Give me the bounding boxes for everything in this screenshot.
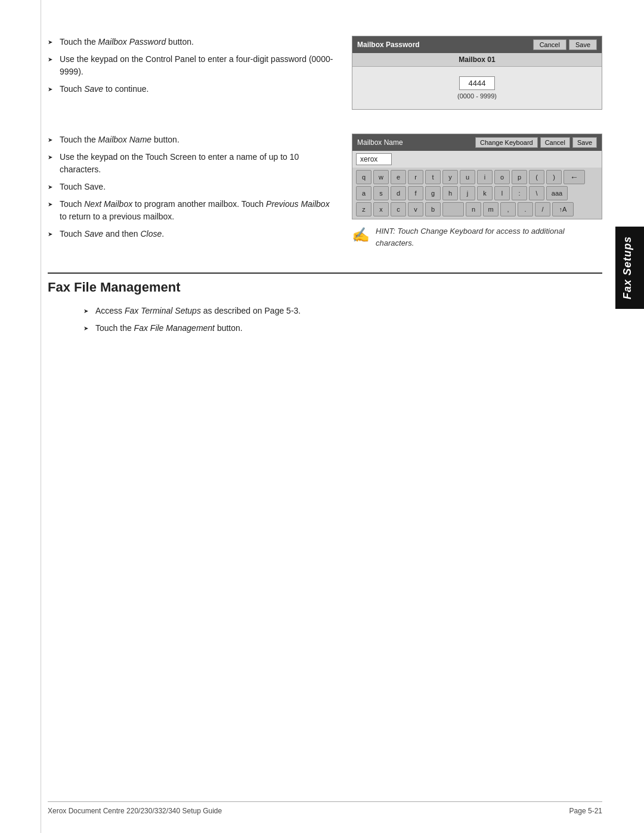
key-colon[interactable]: : — [512, 186, 527, 200]
key-row-3: z x c v b n m , . / ↑A — [356, 202, 598, 216]
key-r[interactable]: r — [408, 170, 423, 184]
cancel-button[interactable]: Cancel — [533, 39, 566, 50]
section1-text: Touch the Mailbox Password button. Use t… — [48, 36, 334, 110]
key-u[interactable]: u — [460, 170, 475, 184]
key-h[interactable]: h — [442, 186, 458, 200]
dialog-body: 4444 (0000 - 9999) — [352, 67, 602, 109]
key-e[interactable]: e — [391, 170, 406, 184]
page-footer: Xerox Document Centre 220/230/332/340 Se… — [48, 801, 602, 815]
key-m[interactable]: m — [483, 202, 499, 216]
key-j[interactable]: j — [460, 186, 475, 200]
key-n[interactable]: n — [466, 202, 481, 216]
digit-input[interactable]: 4444 — [459, 76, 495, 90]
hint-icon: ✍ — [352, 227, 370, 243]
save-button[interactable]: Save — [569, 39, 597, 50]
digit-range: (0000 - 9999) — [457, 92, 497, 100]
key-t[interactable]: t — [425, 170, 441, 184]
key-comma[interactable]: , — [500, 202, 516, 216]
fax-file-title: Fax File Management — [48, 280, 602, 295]
fax-file-bullets: Access Fax Terminal Setups as described … — [48, 305, 602, 335]
key-l[interactable]: l — [494, 186, 510, 200]
keyboard-input-row: xerox — [352, 151, 602, 168]
fax-file-management-section: Fax File Management Access Fax Terminal … — [48, 272, 602, 335]
key-s[interactable]: s — [373, 186, 389, 200]
key-b[interactable]: b — [425, 202, 441, 216]
keyboard-save-button[interactable]: Save — [572, 137, 597, 148]
bullet-s2-2: Use the keypad on the Touch Screen to en… — [48, 151, 334, 176]
change-keyboard-button[interactable]: Change Keyboard — [475, 137, 538, 148]
key-shift[interactable]: ↑A — [552, 202, 574, 216]
fax-bullet-2: Touch the Fax File Management button. — [83, 322, 602, 335]
keyboard-rows: q w e r t y u i o p ( ) ← — [352, 168, 602, 219]
key-d[interactable]: d — [391, 186, 406, 200]
dialog-subtitle: Mailbox 01 — [352, 53, 602, 67]
hint-text: HINT: Touch Change Keyboard for access t… — [376, 225, 602, 249]
keyboard-header: Mailbox Name Change Keyboard Cancel Save — [352, 134, 602, 151]
key-space[interactable] — [442, 202, 464, 216]
key-y[interactable]: y — [442, 170, 458, 184]
key-openparen[interactable]: ( — [529, 170, 544, 184]
keyboard-dialog-title: Mailbox Name — [357, 138, 403, 147]
key-row-1: q w e r t y u i o p ( ) ← — [356, 170, 598, 184]
bullet-s2-5: Touch Save and then Close. — [48, 228, 334, 240]
side-tab-label: Fax Setups — [621, 236, 633, 299]
section1-bullets: Touch the Mailbox Password button. Use t… — [48, 36, 334, 95]
key-g[interactable]: g — [425, 186, 441, 200]
key-p[interactable]: p — [512, 170, 527, 184]
key-v[interactable]: v — [408, 202, 423, 216]
dialog-header: Mailbox Password Cancel Save — [352, 36, 602, 53]
bullet-s2-4: Touch Next Mailbox to program another ma… — [48, 198, 334, 223]
key-o[interactable]: o — [494, 170, 510, 184]
mailbox-name-dialog: Mailbox Name Change Keyboard Cancel Save… — [352, 134, 602, 219]
side-tab: Fax Setups — [615, 227, 644, 309]
bullet-s2-1: Touch the Mailbox Name button. — [48, 134, 334, 146]
bullet-3: Touch Save to continue. — [48, 83, 334, 95]
key-q[interactable]: q — [356, 170, 371, 184]
mailbox-password-dialog: Mailbox Password Cancel Save Mailbox 01 … — [352, 36, 602, 110]
section1-dialog: Mailbox Password Cancel Save Mailbox 01 … — [352, 36, 602, 110]
key-closeparen[interactable]: ) — [546, 170, 562, 184]
key-f[interactable]: f — [408, 186, 423, 200]
keyboard-cancel-button[interactable]: Cancel — [540, 137, 570, 148]
key-backspace[interactable]: ← — [564, 170, 585, 184]
keyboard-header-buttons: Change Keyboard Cancel Save — [475, 137, 597, 148]
footer-right: Page 5-21 — [569, 807, 602, 815]
key-a[interactable]: a — [356, 186, 371, 200]
section-mailbox-name: Touch the Mailbox Name button. Use the k… — [48, 134, 602, 249]
key-k[interactable]: k — [477, 186, 493, 200]
key-aaa[interactable]: aaa — [546, 186, 568, 200]
keyboard-text-display[interactable]: xerox — [356, 153, 392, 165]
dialog-header-buttons: Cancel Save — [533, 39, 597, 50]
dialog-title: Mailbox Password — [357, 41, 420, 49]
hint-box: ✍ HINT: Touch Change Keyboard for access… — [352, 225, 602, 249]
bullet-s2-3: Touch Save. — [48, 181, 334, 193]
key-c[interactable]: c — [391, 202, 406, 216]
fax-bullet-1: Access Fax Terminal Setups as described … — [83, 305, 602, 317]
section-mailbox-password: Touch the Mailbox Password button. Use t… — [48, 36, 602, 110]
footer-left: Xerox Document Centre 220/230/332/340 Se… — [48, 807, 222, 815]
section2-bullets: Touch the Mailbox Name button. Use the k… — [48, 134, 334, 240]
key-x[interactable]: x — [373, 202, 389, 216]
key-row-2: a s d f g h j k l : \ aaa — [356, 186, 598, 200]
section2-dialog: Mailbox Name Change Keyboard Cancel Save… — [352, 134, 602, 249]
key-w[interactable]: w — [373, 170, 389, 184]
bullet-1: Touch the Mailbox Password button. — [48, 36, 334, 48]
bullet-2: Use the keypad on the Control Panel to e… — [48, 53, 334, 78]
margin-line — [41, 0, 41, 833]
key-i[interactable]: i — [477, 170, 493, 184]
key-backslash[interactable]: \ — [529, 186, 544, 200]
key-z[interactable]: z — [356, 202, 371, 216]
section2-text: Touch the Mailbox Name button. Use the k… — [48, 134, 334, 249]
page-container: Fax Setups Touch the Mailbox Password bu… — [0, 0, 644, 833]
key-slash[interactable]: / — [535, 202, 550, 216]
key-period[interactable]: . — [518, 202, 533, 216]
